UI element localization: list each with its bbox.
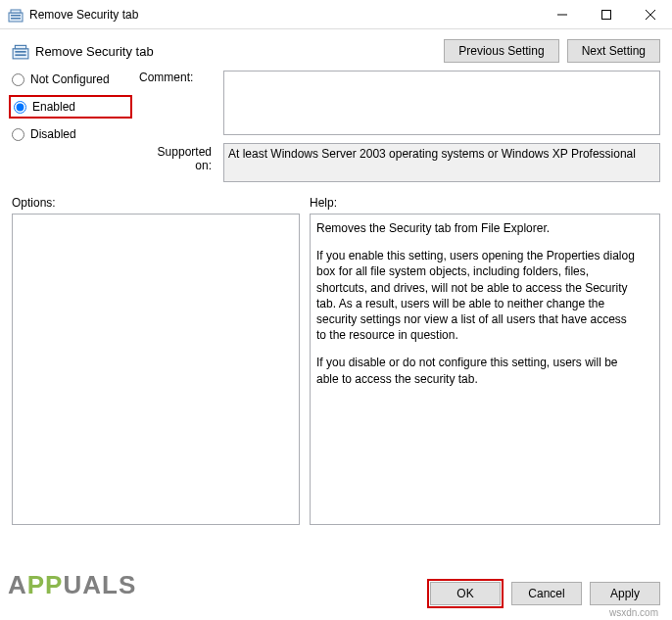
- svg-rect-9: [15, 45, 25, 48]
- comment-label: Comment:: [139, 71, 217, 84]
- window-controls: [540, 0, 672, 28]
- radio-disabled-label: Disabled: [30, 127, 76, 141]
- radio-disabled[interactable]: Disabled: [12, 127, 129, 141]
- options-label: Options:: [12, 196, 300, 210]
- comment-textarea[interactable]: [223, 71, 660, 135]
- radio-not-configured[interactable]: Not Configured: [12, 72, 129, 86]
- radio-enabled-label: Enabled: [32, 100, 75, 114]
- svg-rect-11: [15, 54, 25, 56]
- policy-title: Remove Security tab: [35, 44, 444, 59]
- cancel-button[interactable]: Cancel: [511, 582, 582, 605]
- help-paragraph-3: If you disable or do not configure this …: [316, 355, 638, 386]
- watermark-site: wsxdn.com: [609, 607, 658, 618]
- apply-button[interactable]: Apply: [590, 582, 660, 605]
- policy-state-group: Not Configured Enabled Disabled: [12, 71, 129, 141]
- help-paragraph-2: If you enable this setting, users openin…: [316, 248, 638, 343]
- supported-on-label: Supported on:: [139, 143, 217, 172]
- radio-enabled-input[interactable]: [14, 101, 26, 114]
- help-label: Help:: [310, 196, 660, 210]
- minimize-button[interactable]: [540, 0, 584, 29]
- svg-rect-10: [15, 51, 25, 53]
- watermark-brand: APPUALS: [8, 570, 136, 600]
- svg-rect-2: [11, 15, 21, 17]
- radio-enabled[interactable]: Enabled: [14, 100, 107, 114]
- previous-setting-button[interactable]: Previous Setting: [444, 39, 558, 63]
- window-title: Remove Security tab: [29, 8, 540, 22]
- help-panel[interactable]: Removes the Security tab from File Explo…: [310, 214, 660, 525]
- supported-on-box: At least Windows Server 2003 operating s…: [223, 143, 660, 182]
- dialog-buttons: OK Cancel Apply: [427, 579, 660, 608]
- highlight-ok: OK: [427, 579, 504, 608]
- maximize-button[interactable]: [584, 0, 628, 29]
- svg-rect-8: [13, 49, 28, 59]
- radio-not-configured-input[interactable]: [12, 73, 24, 86]
- svg-rect-5: [601, 11, 610, 20]
- title-bar: Remove Security tab: [0, 0, 672, 29]
- help-paragraph-1: Removes the Security tab from File Explo…: [316, 220, 638, 236]
- svg-rect-3: [11, 18, 21, 20]
- options-panel: [12, 214, 300, 525]
- svg-rect-1: [11, 10, 21, 13]
- radio-disabled-input[interactable]: [12, 128, 24, 141]
- highlight-enabled: Enabled: [9, 95, 132, 119]
- next-setting-button[interactable]: Next Setting: [567, 39, 660, 63]
- close-button[interactable]: [628, 0, 672, 29]
- ok-button[interactable]: OK: [430, 582, 501, 605]
- radio-not-configured-label: Not Configured: [30, 72, 110, 86]
- policy-icon: [12, 42, 29, 60]
- svg-rect-0: [9, 13, 23, 22]
- app-icon: [8, 7, 24, 23]
